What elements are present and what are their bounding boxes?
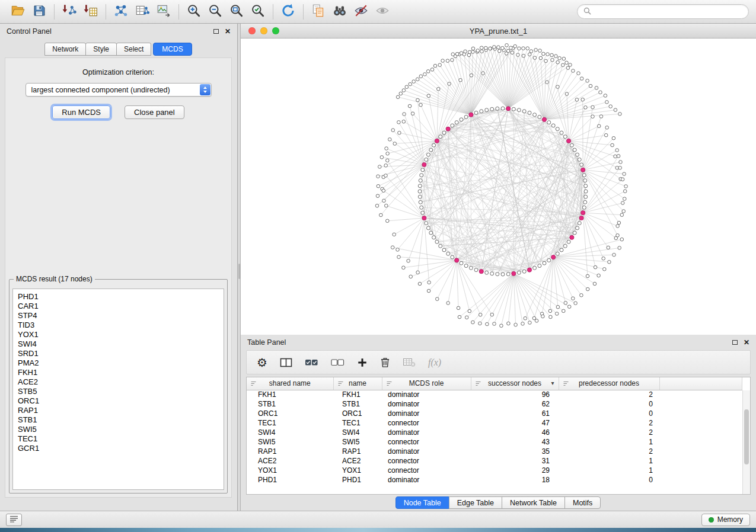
tab-edge-table[interactable]: Edge Table (449, 496, 502, 509)
table-header-row: shared namenameMCDS rolesuccessor nodes▾… (247, 377, 742, 390)
mcds-result-item[interactable]: GCR1 (13, 444, 224, 453)
tab-node-table[interactable]: Node Table (395, 496, 449, 509)
zoom-fit-button[interactable] (226, 2, 247, 21)
criterion-select[interactable]: largest connected component (undirected) (25, 83, 212, 97)
toolbar-separator (178, 4, 179, 20)
close-panel-icon[interactable]: ✕ (225, 28, 231, 35)
table-settings-icon[interactable]: ⚙ (257, 357, 267, 368)
function-builder-icon: f(x) (428, 357, 441, 368)
open-session-button[interactable] (7, 2, 28, 21)
mcds-result-item[interactable]: SWI4 (13, 339, 224, 349)
table-body: FKH1FKH1dominator962STB1STB1dominator620… (247, 390, 742, 485)
table-row[interactable]: STB1STB1dominator620 (247, 399, 742, 409)
network-canvas[interactable] (241, 39, 756, 335)
mcds-result-item[interactable]: STB1 (13, 415, 224, 425)
split-table-icon[interactable] (280, 357, 292, 368)
tab-network[interactable]: Network (44, 43, 86, 56)
chevron-down-icon[interactable]: ▾ (551, 380, 554, 386)
status-menu-button[interactable] (6, 514, 22, 526)
scrollbar-thumb[interactable] (744, 409, 749, 464)
column-header-predecessor-nodes[interactable]: predecessor nodes (559, 377, 659, 390)
mcds-result-item[interactable]: PMA2 (13, 358, 224, 368)
zoom-out-button[interactable] (205, 2, 226, 21)
search-box[interactable] (577, 4, 749, 19)
table-row[interactable]: SWI5SWI5connector431 (247, 437, 742, 447)
copy-document-icon (311, 3, 326, 21)
close-panel-icon[interactable]: ✕ (744, 339, 749, 346)
image-export-icon (156, 3, 171, 21)
deselect-all-icon[interactable] (331, 358, 344, 367)
float-panel-icon[interactable] (213, 29, 219, 34)
search-icon (583, 7, 591, 17)
table-row[interactable]: PHD1PHD1dominator180 (247, 475, 742, 485)
table-row[interactable]: TEC1TEC1connector472 (247, 418, 742, 428)
table-row[interactable]: ORC1ORC1dominator610 (247, 409, 742, 418)
mcds-result-item[interactable]: STB5 (13, 387, 224, 396)
import-network-button[interactable] (59, 2, 80, 21)
table-row[interactable]: YOX1YOX1connector291 (247, 466, 742, 475)
window-maximize-icon[interactable] (272, 27, 279, 34)
float-panel-icon[interactable] (732, 340, 738, 345)
mcds-result-item[interactable]: SWI5 (13, 425, 224, 434)
optimization-criterion-label: Optimization criterion: (5, 68, 231, 76)
column-header-MCDS-role[interactable]: MCDS role (382, 377, 471, 390)
export-image-button[interactable] (153, 2, 174, 21)
table-scrollbar[interactable] (742, 390, 750, 494)
window-minimize-icon[interactable] (260, 27, 267, 34)
search-input[interactable] (595, 8, 742, 16)
mcds-result-item[interactable]: TEC1 (13, 434, 224, 444)
new-network-button[interactable] (110, 2, 132, 21)
mcds-result-item[interactable]: CAR1 (13, 302, 224, 311)
new-table-button[interactable] (132, 2, 153, 21)
table-panel-header: Table Panel ✕ (241, 335, 756, 350)
mcds-result-item[interactable]: FKH1 (13, 368, 224, 377)
zoom-fit-icon (229, 3, 244, 21)
refresh-view-button[interactable] (277, 2, 299, 21)
control-panel-header: Control Panel ✕ (0, 24, 237, 39)
node-table[interactable]: shared namenameMCDS rolesuccessor nodes▾… (247, 377, 742, 485)
binoculars-icon (332, 3, 347, 21)
window-close-icon[interactable] (248, 27, 256, 34)
zoom-in-button[interactable] (183, 2, 205, 21)
tab-style[interactable]: Style (85, 43, 117, 56)
column-header-name[interactable]: name (333, 377, 382, 390)
mcds-result-item[interactable]: PHD1 (13, 292, 224, 302)
table-toolbar: ⚙ f(x) (246, 350, 751, 374)
network-svg (241, 39, 756, 335)
table-row[interactable]: SWI4SWI4dominator462 (247, 428, 742, 437)
find-button[interactable] (329, 2, 350, 21)
zoom-selected-icon (250, 3, 266, 21)
tab-motifs[interactable]: Motifs (564, 496, 601, 509)
table-panel: Table Panel ✕ ⚙ f(x) shared namenameMCDS… (241, 335, 756, 511)
table-row[interactable]: RAP1RAP1dominator352 (247, 447, 742, 456)
memory-button[interactable]: Memory (701, 514, 750, 526)
select-all-icon[interactable] (305, 358, 318, 367)
mcds-result-item[interactable]: ACE2 (13, 377, 224, 387)
table-row[interactable]: FKH1FKH1dominator962 (247, 390, 742, 399)
mcds-result-item[interactable]: ORC1 (13, 396, 224, 406)
hide-selected-button[interactable] (350, 2, 372, 21)
tab-select[interactable]: Select (116, 43, 151, 56)
delete-entries-icon[interactable] (380, 357, 390, 368)
mcds-result-title: MCDS result (17 nodes) (14, 275, 95, 283)
mcds-result-item[interactable]: SRD1 (13, 349, 224, 358)
table-row[interactable]: ACE2ACE2connector311 (247, 456, 742, 466)
import-table-button[interactable] (80, 2, 101, 21)
copy-style-button[interactable] (308, 2, 329, 21)
show-all-button[interactable] (372, 2, 393, 21)
mcds-result-item[interactable]: RAP1 (13, 406, 224, 415)
mcds-result-item[interactable]: TID3 (13, 321, 224, 330)
save-session-button[interactable] (28, 2, 50, 21)
mcds-result-item[interactable]: STP4 (13, 311, 224, 321)
mcds-result-list[interactable]: PHD1CAR1STP4TID3YOX1SWI4SRD1PMA2FKH1ACE2… (12, 289, 224, 490)
close-panel-button[interactable]: Close panel (125, 105, 184, 119)
tab-network-table[interactable]: Network Table (502, 496, 565, 509)
zoom-selected-button[interactable] (247, 2, 269, 21)
tab-mcds[interactable]: MCDS (153, 43, 192, 56)
column-header-successor-nodes[interactable]: successor nodes▾ (471, 377, 559, 390)
run-mcds-button[interactable]: Run MCDS (52, 105, 110, 119)
desktop-background (0, 528, 756, 532)
mcds-result-item[interactable]: YOX1 (13, 330, 224, 339)
column-header-shared-name[interactable]: shared name (247, 377, 333, 390)
add-entry-icon[interactable] (357, 357, 368, 368)
